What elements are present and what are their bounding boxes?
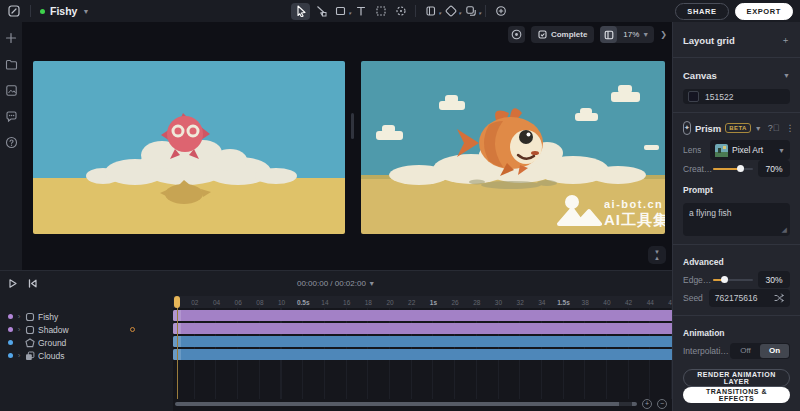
zoom-level-value[interactable]: 17%	[617, 30, 642, 39]
layer-row-ground[interactable]: Ground	[8, 336, 173, 349]
interpolation-on-option[interactable]: On	[760, 344, 789, 358]
interpolation-label: Interpolation	[683, 346, 729, 356]
interpolation-off-option[interactable]: Off	[731, 344, 760, 358]
prompt-value: a flying fish	[689, 208, 732, 218]
panel-collapse-arrow-icon[interactable]: ❯	[660, 30, 667, 39]
play-button[interactable]	[7, 278, 18, 289]
share-button[interactable]: SHARE	[675, 3, 728, 20]
track-lane	[173, 310, 672, 321]
edge-influence-slider[interactable]	[713, 279, 753, 281]
node-select-tool-button[interactable]	[311, 3, 330, 20]
prism-more-icon[interactable]: ⋮	[785, 123, 794, 133]
ruler-tick: 10	[271, 299, 293, 306]
canvas-section-title: Canvas	[683, 70, 717, 81]
select-tool-button[interactable]	[291, 3, 310, 20]
tool-strip: ▾ ▾ ▾ ▾	[291, 0, 510, 22]
track-lane	[173, 323, 672, 334]
project-title: Fishy	[50, 5, 77, 17]
help-icon[interactable]	[4, 135, 18, 149]
resize-handle-icon[interactable]: ◢	[782, 226, 787, 234]
timeline-scrollbar[interactable]	[175, 402, 637, 406]
project-menu-chevron-icon[interactable]: ▼	[82, 8, 89, 15]
artboard-render[interactable]: ai-bot.cn AI工具集	[361, 61, 665, 234]
transitions-effects-button[interactable]: TRANSITIONS & EFFECTS	[683, 387, 790, 403]
artboard-source[interactable]	[33, 61, 345, 234]
layer-name: Shadow	[38, 325, 69, 335]
minimize-canvas-button[interactable]: ▼ ▲	[648, 246, 666, 264]
prompt-textarea[interactable]: a flying fish ◢	[683, 203, 790, 236]
left-rail	[0, 22, 22, 270]
creativity-slider[interactable]	[713, 168, 753, 170]
prism-title: Prism	[695, 123, 721, 134]
canvas-controls: Complete 17% ▼ ❯	[508, 26, 667, 43]
divider	[485, 5, 486, 17]
lens-dropdown[interactable]: Pixel Art ▼	[710, 140, 790, 160]
app-window: Fishy ▼ ▾	[0, 0, 800, 411]
timeline-zoom-out-button[interactable]: −	[657, 399, 667, 409]
frame-tool-button[interactable]: ▾	[421, 3, 440, 20]
shuffle-icon[interactable]	[774, 293, 784, 303]
assets-icon[interactable]	[4, 83, 18, 97]
layer-expand-chevron-icon[interactable]: ›	[13, 325, 25, 334]
folder-icon[interactable]	[4, 57, 18, 71]
timeline-ruler[interactable]: 02040608100.5s14161820221s26283032341.5s…	[173, 296, 672, 308]
canvas-color-swatch[interactable]	[688, 91, 699, 102]
add-layout-grid-button[interactable]: ＋	[781, 34, 790, 47]
layer-row-shadow[interactable]: ›Shadow	[8, 323, 173, 336]
snapshot-button[interactable]	[508, 26, 525, 43]
track-lane	[173, 349, 672, 360]
track-area[interactable]: 02040608100.5s14161820221s26283032341.5s…	[173, 296, 672, 411]
layer-row-fishy[interactable]: ›Fishy	[8, 310, 173, 323]
canvas-color-field[interactable]: 151522	[683, 89, 790, 104]
layer-row-clouds[interactable]: ›Clouds	[8, 349, 173, 362]
ruler-tick: 1s	[423, 299, 445, 306]
ruler-tick: 22	[401, 299, 423, 306]
ruler-tick: 46	[661, 299, 672, 306]
export-button[interactable]: EXPORT	[735, 3, 793, 20]
track-bar-clouds[interactable]	[173, 349, 672, 360]
artboard-split-handle[interactable]	[351, 113, 354, 139]
seed-input[interactable]: 762175616	[709, 289, 790, 307]
boolean-tool-button[interactable]: ▾	[461, 3, 480, 20]
timeline-zoom-in-button[interactable]: +	[642, 399, 652, 409]
pages-panel-button[interactable]	[600, 26, 617, 43]
zoom-chevron-icon[interactable]: ▼	[642, 31, 654, 38]
creativity-label: Creativity	[683, 164, 713, 174]
animation-title: Animation	[683, 328, 725, 338]
layer-name: Fishy	[38, 312, 58, 322]
track-bar-fishy[interactable]	[173, 310, 672, 321]
divider	[673, 112, 800, 113]
rotate-tool-button[interactable]	[391, 3, 410, 20]
track-lanes	[173, 308, 672, 399]
render-animation-layer-button[interactable]: RENDER ANIMATION LAYER	[683, 369, 790, 387]
chevron-up-icon: ▲	[654, 256, 660, 261]
canvas-section-chevron-icon[interactable]: ▼	[783, 72, 790, 79]
skip-to-start-button[interactable]	[27, 278, 38, 289]
complete-button[interactable]: Complete	[531, 26, 594, 43]
text-tool-button[interactable]	[351, 3, 370, 20]
comments-icon[interactable]	[4, 109, 18, 123]
lens-chevron-icon: ▼	[778, 147, 785, 154]
boolean-tool-chevron-icon[interactable]: ▾	[478, 10, 481, 16]
shape-tool-button[interactable]: ▾	[331, 3, 350, 20]
creativity-value[interactable]: 70%	[758, 160, 790, 177]
layer-expand-chevron-icon[interactable]: ›	[13, 312, 25, 321]
prism-collapse-chevron-icon[interactable]: ▼	[755, 125, 762, 132]
properties-panel: Layout grid ＋ Canvas ▼ 151522 ✦ Prism BE…	[672, 22, 800, 411]
add-icon[interactable]	[4, 31, 18, 45]
comment-tool-button[interactable]	[491, 3, 510, 20]
edge-influence-value[interactable]: 30%	[758, 271, 790, 288]
vector-tool-button[interactable]: ▾	[441, 3, 460, 20]
lens-thumbnail	[715, 144, 728, 157]
time-display[interactable]: 00:00:00 / 00:02:00 ▼	[0, 279, 672, 288]
track-bar-ground[interactable]	[173, 336, 672, 347]
layer-list: ›Fishy›ShadowGround›Clouds	[0, 296, 173, 411]
ruler-tick: 38	[574, 299, 596, 306]
prism-help-icon[interactable]: ?⃝	[768, 123, 780, 133]
keyframe-indicator[interactable]	[130, 327, 135, 332]
canvas-viewport[interactable]: ai-bot.cn AI工具集 Complete	[22, 22, 672, 270]
marquee-tool-button[interactable]	[371, 3, 390, 20]
app-logo-icon[interactable]	[7, 4, 21, 18]
track-bar-shadow[interactable]	[173, 323, 672, 334]
layer-expand-chevron-icon[interactable]: ›	[13, 351, 25, 360]
